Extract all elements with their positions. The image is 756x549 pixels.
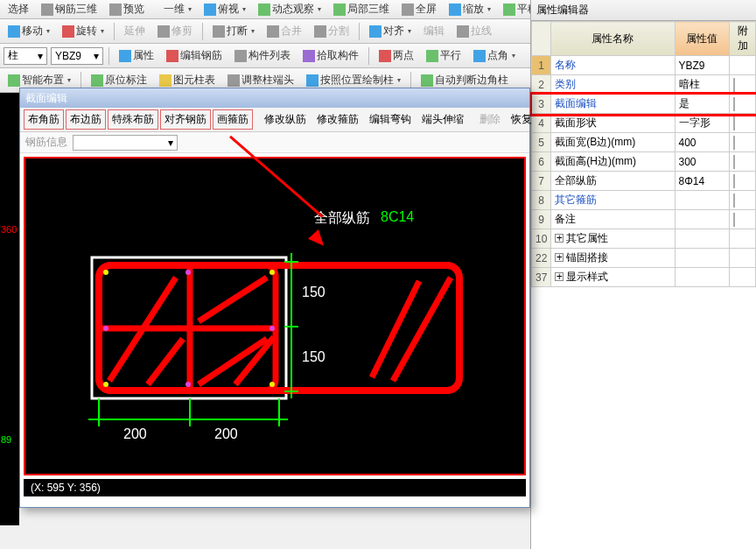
btn-1d[interactable]: 一维 [159,0,196,19]
btn-editrebar[interactable]: 编辑钢筋 [162,46,227,66]
table-row[interactable]: 22+锚固搭接 [532,249,756,268]
dlg-btn-3[interactable]: 对齐钢筋 [160,109,211,130]
join-icon [267,25,279,38]
checkbox-icon [733,136,735,150]
btn-preview[interactable]: 预览 [105,0,149,19]
toolbar-row-1: 移动 旋转 延伸 修剪 打断 合并 分割 对齐 编辑 拉线 [0,19,530,44]
dlg-btn-9: 删除 [475,109,505,130]
btn-align[interactable]: 对齐 [365,21,416,41]
dlg-btn-6[interactable]: 修改箍筋 [312,109,363,130]
btn-move[interactable]: 移动 [4,21,54,41]
dialog-toolbar: 布角筋布边筋特殊布筋对齐钢筋画箍筋修改纵筋修改箍筋编辑弯钩端头伸缩删除恢复 [20,108,529,132]
section-canvas[interactable]: 全部纵筋 8C14 [24,157,526,475]
split-icon [314,25,326,38]
table-row[interactable]: 10+其它属性 [532,229,756,249]
dim-horz-2: 200 [214,426,238,442]
svg-point-25 [270,382,275,387]
separator [108,47,109,65]
dlg-btn-10[interactable]: 恢复 [507,109,536,130]
btn-componentlist[interactable]: 构件列表 [230,46,295,66]
table-row[interactable]: 7全部纵筋8Φ14 [532,172,756,191]
dlg-btn-5[interactable]: 修改纵筋 [260,109,311,130]
dlg-btn-7[interactable]: 编辑弯钩 [365,109,416,130]
btn-rebar3d[interactable]: 钢筋三维 [37,0,102,19]
crop-icon [333,4,346,16]
btn-extend[interactable]: 延伸 [120,21,150,41]
btn-orbit[interactable]: 动态观察 [254,0,326,19]
property-grid: 属性名称 属性值 附加 1名称YBZ92类别暗柱3截面编辑是4截面形状一字形5截… [531,21,756,287]
svg-line-11 [372,281,419,377]
table-row[interactable]: 5截面宽(B边)(mm)400 [532,133,756,152]
btn-rotate[interactable]: 旋转 [58,21,108,41]
toolbar-row-2: 柱▾ YBZ9▾ 属性 编辑钢筋 构件列表 拾取构件 两点 平行 点角 [0,44,530,68]
property-panel: 属性编辑器 属性名称 属性值 附加 1名称YBZ92类别暗柱3截面编辑是4截面形… [530,0,756,549]
col-value: 属性值 [675,22,730,56]
checkbox-icon [733,78,735,92]
grid-icon [8,74,20,87]
checkbox-icon [733,116,735,130]
svg-line-7 [199,278,267,321]
ybz-dropdown[interactable]: YBZ9▾ [51,47,103,65]
fullscreen-icon [402,4,414,16]
table-row[interactable]: 3截面编辑是 [532,95,756,114]
scissors-icon [158,25,170,38]
dim-vert-1: 150 [302,285,326,300]
svg-point-21 [186,270,191,275]
orbit-icon [258,4,270,16]
table-row[interactable]: 4截面形状一字形 [532,114,756,133]
dlg-btn-0[interactable]: 布角筋 [24,109,64,130]
align-icon [369,25,382,38]
btn-split[interactable]: 分割 [310,21,354,41]
col-extra: 附加 [730,22,756,56]
dim-vert-2: 150 [302,349,326,365]
btn-attribute[interactable]: 属性 [115,46,158,66]
view-icon [204,4,216,16]
dlg-btn-1[interactable]: 布边筋 [66,109,106,130]
btn-break[interactable]: 打断 [208,21,259,41]
dlg-btn-2[interactable]: 特殊布筋 [108,109,158,130]
table-icon [159,74,172,87]
btn-2pt[interactable]: 两点 [374,46,418,66]
dlg-btn-8[interactable]: 端头伸缩 [417,109,468,130]
axis-label: 360 [1,224,17,235]
btn-edit[interactable]: 编辑 [419,21,449,41]
btn-pullline[interactable]: 拉线 [452,21,496,41]
btn-parallel[interactable]: 平行 [422,46,466,66]
lock-icon [109,4,122,16]
dialog-title-text: 截面编辑 [25,91,67,106]
checkbox-icon [733,97,735,111]
svg-line-10 [393,278,451,381]
rebar-info-dropdown[interactable]: ▾ [73,135,178,151]
break-icon [213,25,225,38]
col-name: 属性名称 [551,22,675,56]
table-row[interactable]: 8其它箍筋 [532,191,756,210]
property-panel-title: 属性编辑器 [531,0,756,21]
btn-local3d[interactable]: 局部三维 [329,0,394,19]
twopoint-icon [379,50,391,62]
prop-icon [119,50,131,62]
dialog-statusbar: (X: 595 Y: 356) [24,479,526,496]
pan-icon [503,4,515,16]
btn-pointangle[interactable]: 点角 [469,46,520,66]
btn-pick[interactable]: 拾取构件 [298,46,363,66]
dialog-titlebar[interactable]: 截面编辑 [20,88,529,108]
btn-topview[interactable]: 俯视 [200,0,250,19]
btn-select[interactable]: 选择 [4,0,33,19]
separator [368,47,369,65]
table-row[interactable]: 6截面高(H边)(mm)300 [532,152,756,172]
svg-point-27 [270,326,275,331]
btn-join[interactable]: 合并 [262,21,306,41]
cursor-coords: (X: 595 Y: 356) [31,482,101,494]
btn-trim[interactable]: 修剪 [153,21,197,41]
btn-zoom[interactable]: 缩放 [444,0,495,19]
table-row[interactable]: 9备注 [532,210,756,229]
table-row[interactable]: 37+显示样式 [532,268,756,287]
column-dropdown[interactable]: 柱▾ [4,47,47,65]
dim-horz-1: 200 [123,426,147,442]
draw-icon [306,74,318,87]
dlg-btn-4[interactable]: 画箍筋 [213,109,253,130]
pencil-icon [166,50,178,62]
table-row[interactable]: 1名称YBZ9 [532,56,756,75]
table-row[interactable]: 2类别暗柱 [532,75,756,95]
btn-fullscreen[interactable]: 全屏 [397,0,441,19]
